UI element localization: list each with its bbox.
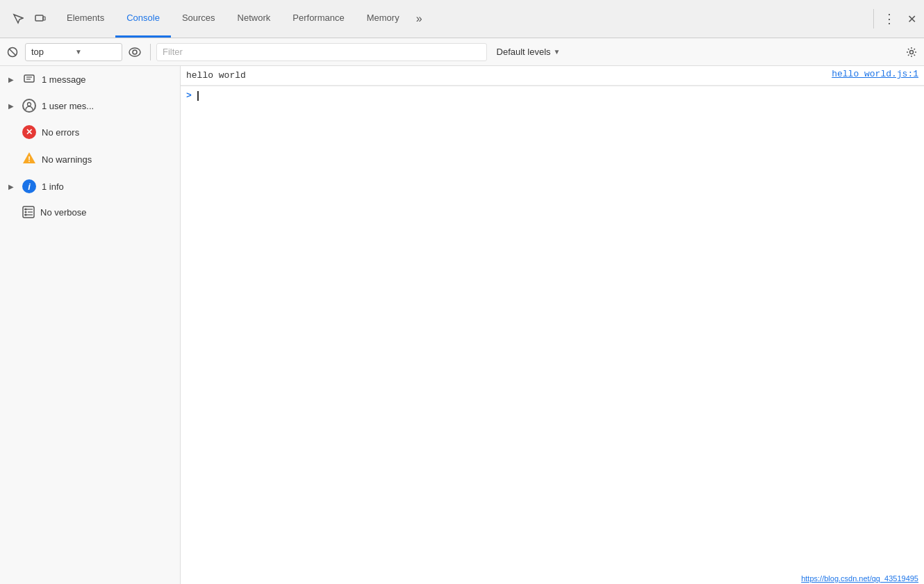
svg-rect-1 <box>43 17 45 20</box>
verbose-icon <box>22 206 35 218</box>
console-log-area: hello world hello_world.js:1 > <box>181 66 924 584</box>
log-text: hello world <box>186 69 826 81</box>
svg-point-6 <box>910 50 914 54</box>
menu-button[interactable]: ⋮ <box>880 9 899 29</box>
expand-icon: ▶ <box>8 183 17 190</box>
console-output: hello world hello_world.js:1 > https://b… <box>181 66 924 584</box>
topbar-right: ⋮ ✕ <box>871 9 921 29</box>
user-messages-label: 1 user mes... <box>42 101 94 111</box>
console-sidebar: ▶ 1 message ▶ 1 user mes... <box>0 66 181 584</box>
messages-icon <box>22 72 36 86</box>
close-button[interactable]: ✕ <box>902 9 921 29</box>
svg-point-5 <box>133 50 137 54</box>
sidebar-item-info[interactable]: ▶ i 1 info <box>0 173 180 200</box>
expand-icon: ▶ <box>8 102 17 110</box>
svg-point-19 <box>25 214 27 216</box>
sidebar-item-warnings[interactable]: ! No warnings <box>0 145 180 173</box>
filter-input[interactable] <box>157 43 486 61</box>
info-icon: i <box>22 179 36 193</box>
sidebar-item-user-messages[interactable]: ▶ 1 user mes... <box>0 92 180 119</box>
sidebar-item-errors[interactable]: ✕ No errors <box>0 119 180 145</box>
svg-line-3 <box>9 49 16 56</box>
expand-icon: ▶ <box>8 76 17 83</box>
svg-point-4 <box>129 48 140 56</box>
log-source-link[interactable]: hello_world.js:1 <box>832 69 918 79</box>
svg-point-10 <box>28 103 31 106</box>
console-cursor <box>197 91 199 101</box>
tab-bar: Elements Console Sources Network Perform… <box>56 0 428 38</box>
clear-console-button[interactable] <box>3 42 22 62</box>
prompt-arrow-icon: > <box>186 90 192 101</box>
svg-rect-0 <box>35 15 43 21</box>
tab-network[interactable]: Network <box>226 0 282 38</box>
topbar-icons <box>3 9 56 29</box>
responsive-button[interactable] <box>31 9 50 29</box>
levels-arrow-icon: ▼ <box>554 48 561 56</box>
user-icon <box>22 99 36 113</box>
tab-console[interactable]: Console <box>115 0 171 38</box>
info-label: 1 info <box>42 181 64 192</box>
messages-label: 1 message <box>42 74 86 85</box>
warnings-label: No warnings <box>42 154 92 165</box>
svg-rect-7 <box>24 75 34 82</box>
console-input-row: > <box>181 86 924 105</box>
errors-label: No errors <box>42 127 79 138</box>
topbar-divider <box>873 9 874 29</box>
status-bar-url[interactable]: https://blog.csdn.net/qq_43519495 <box>795 573 924 584</box>
console-main: ▶ 1 message ▶ 1 user mes... <box>0 66 924 584</box>
error-icon: ✕ <box>22 125 36 139</box>
tab-performance[interactable]: Performance <box>281 0 355 38</box>
sidebar-item-messages[interactable]: ▶ 1 message <box>0 66 180 92</box>
eye-button[interactable] <box>125 42 145 62</box>
tab-memory[interactable]: Memory <box>356 0 411 38</box>
svg-point-14 <box>25 211 27 213</box>
console-toolbar: top ▼ Default levels ▼ <box>0 38 924 66</box>
sidebar-item-verbose[interactable]: No verbose <box>0 200 180 225</box>
log-entry-hello-world: hello world hello_world.js:1 <box>181 66 924 86</box>
verbose-label: No verbose <box>40 207 86 218</box>
tab-sources[interactable]: Sources <box>171 0 226 38</box>
context-arrow-icon: ▼ <box>75 48 116 56</box>
default-levels-button[interactable]: Default levels ▼ <box>490 45 568 58</box>
inspector-button[interactable] <box>8 9 28 29</box>
more-tabs-button[interactable]: » <box>411 0 428 38</box>
warning-icon: ! <box>22 152 36 167</box>
devtools-topbar: Elements Console Sources Network Perform… <box>0 0 924 38</box>
tab-elements[interactable]: Elements <box>56 0 115 38</box>
settings-button[interactable] <box>902 42 921 62</box>
toolbar-divider <box>150 44 151 60</box>
svg-point-18 <box>25 209 27 211</box>
svg-text:!: ! <box>28 155 31 163</box>
context-selector[interactable]: top ▼ <box>25 43 122 61</box>
filter-section <box>156 43 487 61</box>
